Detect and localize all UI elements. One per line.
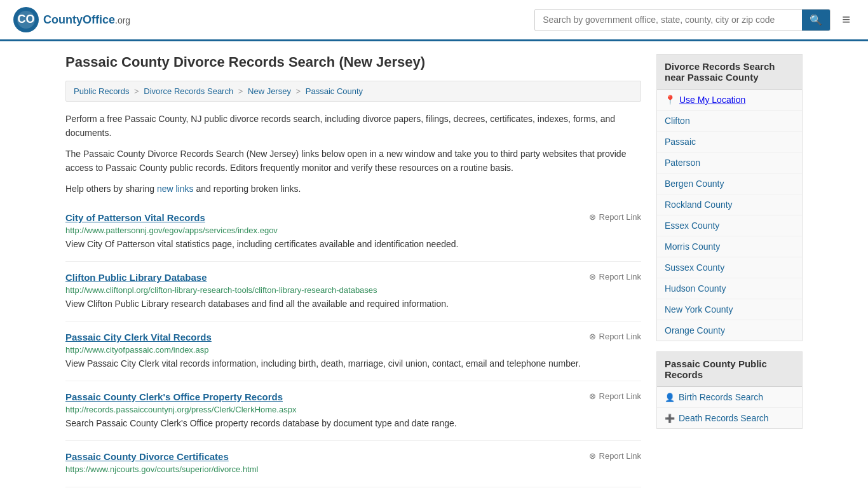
new-links-link[interactable]: new links bbox=[157, 184, 194, 194]
report-icon-4: ⊗ bbox=[589, 451, 596, 461]
report-link-1[interactable]: ⊗ Report Link bbox=[589, 272, 641, 281]
description-3: Help others by sharing new links and rep… bbox=[65, 182, 641, 196]
report-icon-2: ⊗ bbox=[589, 332, 596, 341]
sidebar-public-records-section: Passaic County Public Records 👤 Birth Re… bbox=[656, 351, 803, 429]
result-desc-0: View City Of Patterson vital statistics … bbox=[65, 238, 641, 251]
sidebar-nearby-hudson[interactable]: Hudson County bbox=[657, 278, 802, 299]
result-card-4: Passaic County Divorce Certificates ⊗ Re… bbox=[65, 441, 641, 487]
sidebar-nearby-clifton[interactable]: Clifton bbox=[657, 111, 802, 132]
sidebar-nearby-newyork[interactable]: New York County bbox=[657, 299, 802, 320]
result-card-3: Passaic County Clerk's Office Property R… bbox=[65, 381, 641, 441]
description-2: The Passaic County Divorce Records Searc… bbox=[65, 147, 641, 175]
result-desc-3: Search Passaic County Clerk's Office pro… bbox=[65, 417, 641, 430]
logo-icon: CO bbox=[13, 6, 39, 33]
sidebar-nearby-morris[interactable]: Morris County bbox=[657, 236, 802, 257]
sidebar-use-location[interactable]: 📍 Use My Location bbox=[657, 90, 802, 111]
result-card-2: Passaic City Clerk Vital Records ⊗ Repor… bbox=[65, 322, 641, 381]
use-my-location-link[interactable]: Use My Location bbox=[679, 95, 745, 105]
report-icon-1: ⊗ bbox=[589, 272, 596, 281]
sidebar-nearby-orange[interactable]: Orange County bbox=[657, 320, 802, 341]
result-desc-2: View Passaic City Clerk vital records in… bbox=[65, 357, 641, 370]
results-list: City of Patterson Vital Records ⊗ Report… bbox=[65, 202, 641, 487]
description-1: Perform a free Passaic County, NJ public… bbox=[65, 112, 641, 140]
report-link-4[interactable]: ⊗ Report Link bbox=[589, 451, 641, 461]
breadcrumb-sep-1: > bbox=[134, 86, 141, 96]
result-card-1: Clifton Public Library Database ⊗ Report… bbox=[65, 262, 641, 322]
result-url-2[interactable]: http://www.cityofpassaic.com/index.asp bbox=[65, 345, 641, 355]
result-title-2[interactable]: Passaic City Clerk Vital Records bbox=[65, 332, 212, 342]
logo-text: CountyOffice.org bbox=[43, 13, 130, 27]
main-container: Passaic County Divorce Records Search (N… bbox=[53, 41, 815, 488]
report-link-0[interactable]: ⊗ Report Link bbox=[589, 212, 641, 222]
sidebar-nearby-rockland[interactable]: Rockland County bbox=[657, 194, 802, 215]
result-desc-1: View Clifton Public Library research dat… bbox=[65, 297, 641, 311]
sidebar-nearby-essex[interactable]: Essex County bbox=[657, 215, 802, 236]
sidebar-public-records-header: Passaic County Public Records bbox=[657, 352, 802, 387]
sidebar-nearby-bergen[interactable]: Bergen County bbox=[657, 173, 802, 194]
breadcrumb-new-jersey[interactable]: New Jersey bbox=[248, 86, 291, 96]
death-icon: ➕ bbox=[665, 414, 675, 423]
result-title-3[interactable]: Passaic County Clerk's Office Property R… bbox=[65, 391, 283, 402]
report-icon-3: ⊗ bbox=[589, 391, 596, 401]
result-title-1[interactable]: Clifton Public Library Database bbox=[65, 272, 207, 283]
result-card-0: City of Patterson Vital Records ⊗ Report… bbox=[65, 202, 641, 262]
menu-button[interactable]: ≡ bbox=[837, 9, 855, 30]
result-url-1[interactable]: http://www.cliftonpl.org/clifton-library… bbox=[65, 285, 641, 295]
sidebar-nearby-passaic[interactable]: Passaic bbox=[657, 132, 802, 152]
svg-text:CO: CO bbox=[18, 13, 35, 25]
breadcrumb-public-records[interactable]: Public Records bbox=[74, 86, 129, 96]
result-title-4[interactable]: Passaic County Divorce Certificates bbox=[65, 451, 229, 462]
search-input[interactable] bbox=[535, 10, 802, 29]
search-bar: 🔍 bbox=[534, 9, 831, 31]
breadcrumb-sep-3: > bbox=[296, 86, 303, 96]
breadcrumb-passaic-county[interactable]: Passaic County bbox=[306, 86, 363, 96]
breadcrumb-sep-2: > bbox=[238, 86, 245, 96]
sidebar-nearby-paterson[interactable]: Paterson bbox=[657, 152, 802, 173]
result-url-0[interactable]: http://www.pattersonnj.gov/egov/apps/ser… bbox=[65, 226, 641, 235]
page-title: Passaic County Divorce Records Search (N… bbox=[65, 54, 641, 71]
sidebar-death-records[interactable]: ➕ Death Records Search bbox=[657, 408, 802, 428]
report-link-2[interactable]: ⊗ Report Link bbox=[589, 332, 641, 341]
breadcrumb-divorce-records[interactable]: Divorce Records Search bbox=[144, 86, 233, 96]
report-link-3[interactable]: ⊗ Report Link bbox=[589, 391, 641, 401]
person-icon: 👤 bbox=[665, 393, 675, 402]
sidebar-nearby-sussex[interactable]: Sussex County bbox=[657, 257, 802, 278]
search-button[interactable]: 🔍 bbox=[802, 10, 830, 30]
sidebar-birth-records[interactable]: 👤 Birth Records Search bbox=[657, 387, 802, 408]
sidebar-nearby-header: Divorce Records Search near Passaic Coun… bbox=[657, 55, 802, 90]
breadcrumb: Public Records > Divorce Records Search … bbox=[65, 81, 641, 102]
result-url-4[interactable]: https://www.njcourts.gov/courts/superior… bbox=[65, 464, 641, 474]
result-title-0[interactable]: City of Patterson Vital Records bbox=[65, 212, 205, 223]
report-icon-0: ⊗ bbox=[589, 212, 596, 222]
header-right: 🔍 ≡ bbox=[534, 9, 855, 31]
content-area: Passaic County Divorce Records Search (N… bbox=[65, 54, 641, 487]
result-url-3[interactable]: http://records.passaiccountynj.org/press… bbox=[65, 405, 641, 414]
logo-area: CO CountyOffice.org bbox=[13, 6, 130, 33]
sidebar: Divorce Records Search near Passaic Coun… bbox=[656, 54, 803, 487]
sidebar-nearby-section: Divorce Records Search near Passaic Coun… bbox=[656, 54, 803, 341]
location-icon: 📍 bbox=[665, 95, 675, 105]
header: CO CountyOffice.org 🔍 ≡ bbox=[0, 0, 868, 41]
